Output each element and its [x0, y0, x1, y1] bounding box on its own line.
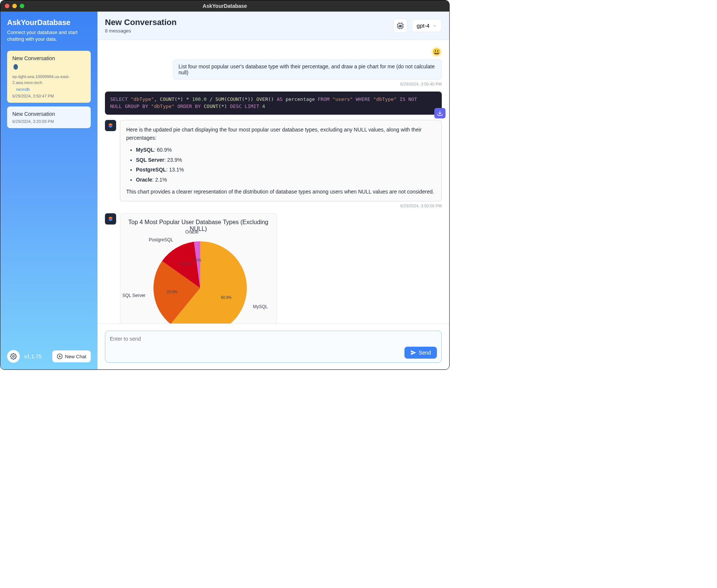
minimize-window-icon[interactable]	[12, 4, 17, 8]
send-button[interactable]: Send	[404, 347, 437, 359]
conversation-timestamp: 6/29/2024, 3:20:09 PM	[12, 119, 86, 124]
model-selector[interactable]: gpt-4	[412, 19, 442, 32]
input-box: Send	[105, 331, 442, 363]
model-label: gpt-4	[417, 22, 429, 29]
new-chat-button[interactable]: New Chat	[52, 350, 91, 362]
version-label: v1.1.75	[24, 353, 48, 359]
conversation-card[interactable]: New Conversation 6/29/2024, 3:20:09 PM	[7, 106, 91, 128]
sidebar-subtitle: Connect your database and start chatting…	[7, 29, 91, 43]
window-controls	[5, 4, 24, 8]
assistant-message-row: Here is the updated pie chart displaying…	[105, 120, 442, 208]
pie-category-label: PostgreSQL	[149, 237, 173, 242]
chevron-down-icon	[432, 24, 437, 28]
assistant-avatar	[105, 120, 116, 131]
plus-circle-icon	[57, 353, 63, 359]
message-input[interactable]	[110, 335, 437, 343]
svg-text:AI: AI	[399, 24, 401, 27]
chart-card: Top 4 Most Popular User Database Types (…	[120, 213, 277, 324]
conversation-host: ep-tight-sea-10099984.us-east-2.aws.neon…	[12, 74, 86, 86]
message-timestamp: 6/29/2024, 3:50:58 PM	[120, 204, 442, 208]
new-chat-label: New Chat	[65, 354, 86, 359]
message-count: 8 messages	[105, 28, 177, 34]
maximize-window-icon[interactable]	[20, 4, 24, 8]
settings-button[interactable]	[7, 350, 20, 363]
assistant-outro: This chart provides a clearer representa…	[126, 188, 435, 196]
input-area: Send	[97, 324, 449, 369]
assistant-message: Here is the updated pie chart displaying…	[120, 120, 442, 202]
postgres-icon	[12, 64, 86, 72]
conversation-card[interactable]: New Conversation ep-tight-sea-10099984.u…	[7, 51, 91, 103]
download-icon	[437, 110, 443, 116]
conversation-title: New Conversation	[12, 55, 86, 61]
main: New Conversation 8 messages AI gpt-4 �	[97, 12, 449, 369]
database-list: MySQL: 60.9% SQL Server: 23.9% PostgreSQ…	[126, 146, 435, 184]
sidebar-footer: v1.1.75 New Chat	[7, 350, 91, 363]
app-window: AskYourDatabase AskYourDatabase Connect …	[0, 0, 450, 370]
titlebar: AskYourDatabase	[0, 0, 449, 12]
assistant-intro: Here is the updated pie chart displaying…	[126, 126, 435, 142]
ai-chip-icon: AI	[396, 22, 404, 30]
list-item: Oracle: 2.1%	[136, 176, 435, 184]
user-message-block: 😃 List four most popular user's database…	[105, 47, 442, 86]
list-item: SQL Server: 23.9%	[136, 156, 435, 164]
download-sql-button[interactable]	[434, 108, 446, 118]
list-item: PostgreSQL: 13.1%	[136, 165, 435, 174]
close-window-icon[interactable]	[5, 4, 9, 8]
sidebar-title: AskYourDatabase	[7, 18, 91, 27]
conversation-db: neondb	[16, 87, 86, 92]
messages: 😃 List four most popular user's database…	[97, 40, 449, 324]
pie-category-label: SQL Server	[122, 293, 145, 298]
conversation-list: New Conversation ep-tight-sea-10099984.u…	[7, 51, 91, 346]
stack-icon	[107, 122, 114, 129]
stack-icon	[107, 216, 114, 222]
sidebar: AskYourDatabase Connect your database an…	[0, 12, 97, 369]
page-title: New Conversation	[105, 18, 177, 27]
pie-percentage-label: 23.9%	[167, 290, 177, 294]
sql-code-block: SELECT "dbType", COUNT(*) * 100.0 / SUM(…	[105, 92, 442, 115]
pie-percentage-label: 13.1%	[180, 262, 190, 266]
user-avatar: 😃	[431, 47, 442, 57]
svg-point-0	[13, 64, 18, 70]
titlebar-title: AskYourDatabase	[203, 3, 247, 9]
pie-category-label: Oracle	[185, 229, 198, 235]
pie-category-label: MySQL	[253, 304, 268, 309]
pie-percentage-label: 2.1%	[193, 258, 201, 262]
send-icon	[410, 350, 416, 356]
send-label: Send	[419, 350, 431, 356]
ai-settings-button[interactable]: AI	[393, 19, 407, 33]
gear-icon	[10, 353, 17, 360]
user-message: List four most popular user's database t…	[173, 59, 442, 80]
pie-percentage-label: 60.9%	[221, 295, 232, 300]
assistant-chart-row: Top 4 Most Popular User Database Types (…	[105, 213, 442, 324]
conversation-timestamp: 6/29/2024, 3:50:47 PM	[12, 94, 86, 98]
conversation-title: New Conversation	[12, 111, 86, 117]
svg-point-1	[13, 356, 15, 358]
message-timestamp: 6/29/2024, 3:50:40 PM	[400, 82, 442, 86]
pie-chart: MySQLSQL ServerPostgreSQLOracle60.9%23.9…	[125, 234, 271, 324]
header: New Conversation 8 messages AI gpt-4	[97, 12, 449, 40]
assistant-avatar	[105, 213, 116, 225]
list-item: MySQL: 60.9%	[136, 146, 435, 154]
